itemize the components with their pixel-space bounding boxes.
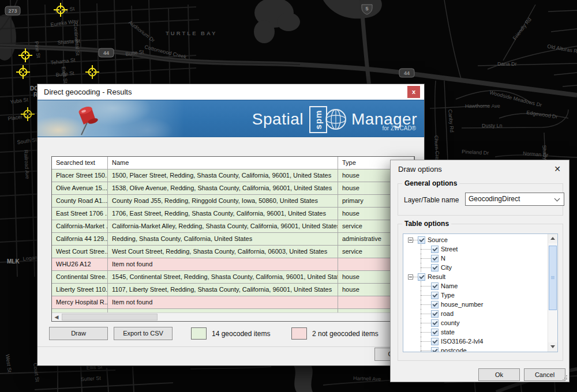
column-header-searched[interactable]: Searched text <box>52 157 108 169</box>
tree-item-label: Source <box>428 236 448 243</box>
table-row[interactable]: California-Market ...California-Market A… <box>52 220 414 233</box>
tree-item-label: road <box>441 310 454 317</box>
scrollbar-thumb[interactable] <box>62 314 158 321</box>
tree-item[interactable]: City <box>403 263 548 272</box>
tree-connector <box>413 240 418 240</box>
checkbox-checked-icon[interactable] <box>431 329 439 336</box>
checkbox-checked-icon[interactable] <box>431 319 439 327</box>
scroll-down-button[interactable] <box>548 342 557 352</box>
scroll-left-button[interactable]: ◀ <box>52 313 61 321</box>
table-row[interactable]: East Street 1706 ...1706, East Street, R… <box>52 208 414 220</box>
tree-item[interactable]: Result <box>403 272 548 281</box>
checkbox-checked-icon[interactable] <box>431 338 439 345</box>
table-row[interactable]: California 44 129...Redding, Shasta Coun… <box>52 233 414 246</box>
checkbox-checked-icon[interactable] <box>418 236 425 244</box>
tree-connector <box>421 267 431 268</box>
geocoded-legend-swatch <box>191 327 207 340</box>
tree-item-label: Result <box>428 273 445 280</box>
tree-item-label: house_number <box>441 301 483 308</box>
table-row[interactable]: Placer Street 150...1500, Placer Street,… <box>52 169 414 182</box>
table-row[interactable]: County Road A1...County Road J55, Reddin… <box>52 195 414 208</box>
svg-text:5: 5 <box>365 6 368 12</box>
results-titlebar[interactable]: Direct geocoding - Results x <box>38 84 424 100</box>
layer-table-name-combobox[interactable]: GeocodingDirect <box>465 193 564 206</box>
tree-item[interactable]: house_number <box>403 300 548 309</box>
tree-item[interactable]: county <box>403 318 548 327</box>
tree-item[interactable]: Name <box>403 281 548 291</box>
table-row[interactable]: Liberty Street 110...1107, Liberty Stree… <box>52 284 414 296</box>
brand-banner: Spatial spm Manager for ZWCAD® <box>38 100 424 137</box>
cell-name: 1107, Liberty Street, Redding, Shasta Co… <box>108 284 338 296</box>
tree-connector <box>421 291 421 300</box>
cell-searched: Liberty Street 110... <box>52 284 108 296</box>
svg-text:44: 44 <box>103 50 109 56</box>
tree-connector <box>421 337 421 346</box>
checkbox-checked-icon[interactable] <box>431 282 439 290</box>
not-geocoded-legend-swatch <box>291 327 307 340</box>
results-table-body: Placer Street 150...1500, Placer Street,… <box>52 169 414 314</box>
tree-item[interactable]: road <box>403 309 548 318</box>
table-row[interactable]: Olive Avenue 15...1538, Olive Avenue, Re… <box>52 182 414 195</box>
general-options-label: General options <box>402 179 459 187</box>
checkbox-checked-icon[interactable] <box>431 347 439 352</box>
tree-item[interactable]: postcode <box>403 346 548 352</box>
cancel-button[interactable]: Cancel <box>524 368 565 381</box>
table-row[interactable]: WHU26 A12Item not found <box>52 258 414 271</box>
tree-scrollbar-thumb[interactable] <box>549 246 557 310</box>
brand-subtitle: for ZWCAD® <box>383 125 416 131</box>
tree-connector <box>421 244 421 254</box>
tree-scrollbar[interactable] <box>548 234 557 352</box>
svg-text:273: 273 <box>8 8 17 14</box>
cell-name: West Court Street, Redding, Shasta Count… <box>108 246 338 258</box>
tree-item-label: state <box>441 329 455 336</box>
tree-item-label: N <box>441 255 445 262</box>
tree-connector <box>421 263 421 272</box>
tree-item[interactable]: state <box>403 327 548 337</box>
horizontal-scrollbar[interactable]: ◀ ▶ <box>52 312 414 321</box>
tree-connector <box>421 350 431 351</box>
ok-button[interactable]: Ok <box>478 368 520 381</box>
tree-collapse-icon[interactable] <box>408 274 413 280</box>
checkbox-checked-icon[interactable] <box>418 273 425 281</box>
checkbox-checked-icon[interactable] <box>431 301 439 308</box>
cell-name: 1706, East Street, Redding, Shasta Count… <box>108 208 338 220</box>
table-row[interactable]: Mercy Hospital R...Item not found <box>52 296 414 309</box>
checkbox-checked-icon[interactable] <box>431 292 439 299</box>
tree-item[interactable]: Street <box>403 244 548 254</box>
cell-searched: Mercy Hospital R... <box>52 296 108 309</box>
cell-searched: County Road A1... <box>52 195 108 208</box>
checkbox-checked-icon[interactable] <box>431 246 439 253</box>
tree-item-label: ISO3166-2-lvl4 <box>441 338 483 345</box>
tree-connector <box>421 332 431 333</box>
tree-connector <box>421 314 431 314</box>
tree-connector <box>421 254 421 263</box>
export-csv-button[interactable]: Export to CSV <box>114 327 173 340</box>
checkbox-checked-icon[interactable] <box>431 255 439 262</box>
checkbox-checked-icon[interactable] <box>431 310 439 318</box>
tree-item[interactable]: Source <box>403 235 548 244</box>
table-row[interactable]: Continental Stree...1545, Continental St… <box>52 271 414 284</box>
cell-name: 1500, Placer Street, Redding, Shasta Cou… <box>108 169 338 182</box>
scroll-up-button[interactable] <box>548 234 557 243</box>
table-row[interactable]: West Court Stree...West Court Street, Re… <box>52 246 414 258</box>
tree-connector <box>421 323 431 323</box>
cell-searched: East Street 1706 ... <box>52 208 108 220</box>
tree-item[interactable]: N <box>403 254 548 263</box>
tree-item-label: City <box>441 264 452 271</box>
tree-connector <box>421 346 421 352</box>
tree-item[interactable]: ISO3166-2-lvl4 <box>403 337 548 346</box>
tree-collapse-icon[interactable] <box>408 238 413 243</box>
cell-searched: WHU26 A12 <box>52 258 108 271</box>
draw-button[interactable]: Draw <box>49 327 108 340</box>
column-header-name[interactable]: Name <box>108 157 338 169</box>
resize-grip[interactable] <box>563 375 567 380</box>
close-button[interactable]: x <box>407 86 420 98</box>
checkbox-checked-icon[interactable] <box>431 264 439 272</box>
svg-text:Hawthorne Ave: Hawthorne Ave <box>465 103 500 109</box>
draw-options-title: Draw options <box>398 165 442 174</box>
tree-item[interactable]: Type <box>403 291 548 300</box>
tree-connector <box>421 300 421 309</box>
tree-connector <box>421 295 431 296</box>
close-icon[interactable]: ✕ <box>552 164 563 174</box>
cell-name: 1545, Continental Street, Redding, Shast… <box>108 271 338 284</box>
